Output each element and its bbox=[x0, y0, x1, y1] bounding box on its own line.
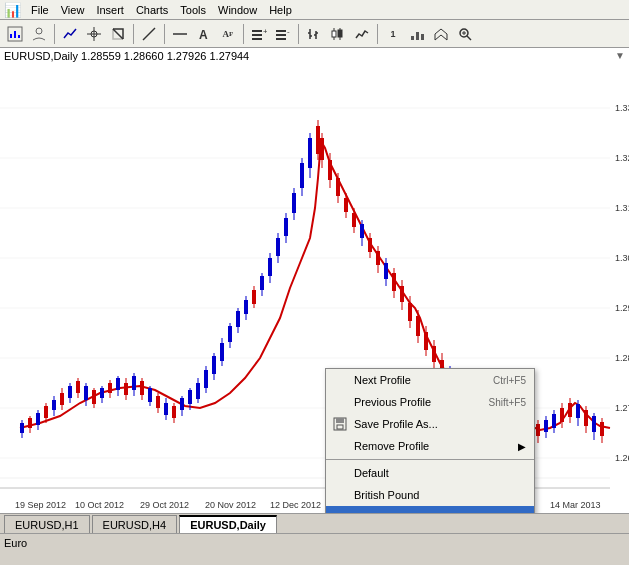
tab-eurusd-h4[interactable]: EURUSD,H4 bbox=[92, 515, 178, 533]
svg-rect-193 bbox=[568, 403, 572, 417]
autoscroll-btn[interactable] bbox=[430, 23, 452, 45]
svg-rect-61 bbox=[44, 406, 48, 418]
svg-rect-79 bbox=[116, 378, 120, 390]
tab-eurusd-daily[interactable]: EURUSD,Daily bbox=[179, 515, 277, 533]
previous-profile-label: Previous Profile bbox=[354, 396, 431, 408]
arrow-btn[interactable] bbox=[107, 23, 129, 45]
svg-rect-30 bbox=[411, 36, 414, 40]
svg-rect-119 bbox=[276, 238, 280, 256]
svg-rect-99 bbox=[196, 383, 200, 399]
menu-charts[interactable]: Charts bbox=[130, 2, 174, 18]
hline-btn[interactable] bbox=[169, 23, 191, 45]
svg-text:14 Mar 2013: 14 Mar 2013 bbox=[550, 500, 601, 510]
svg-rect-115 bbox=[260, 276, 264, 290]
svg-rect-155 bbox=[416, 316, 420, 336]
svg-text:19 Sep 2012: 19 Sep 2012 bbox=[15, 500, 66, 510]
line-btn[interactable] bbox=[138, 23, 160, 45]
menu-window[interactable]: Window bbox=[212, 2, 263, 18]
menu-next-profile[interactable]: Next Profile Ctrl+F5 bbox=[326, 369, 534, 391]
zoom-in-btn[interactable]: + bbox=[248, 23, 270, 45]
svg-rect-63 bbox=[52, 400, 56, 410]
svg-rect-149 bbox=[392, 273, 396, 291]
svg-rect-32 bbox=[421, 34, 424, 40]
toolbar-sep-1 bbox=[54, 24, 55, 44]
svg-rect-123 bbox=[292, 193, 296, 213]
menu-view[interactable]: View bbox=[55, 2, 91, 18]
menu-euro[interactable]: ✓ Euro bbox=[326, 506, 534, 513]
next-profile-shortcut: Ctrl+F5 bbox=[493, 375, 526, 386]
svg-text:1.3300: 1.3300 bbox=[615, 103, 629, 113]
svg-rect-27 bbox=[332, 31, 336, 37]
svg-text:-: - bbox=[287, 27, 290, 36]
volume-btn[interactable] bbox=[406, 23, 428, 45]
default-label: Default bbox=[354, 467, 389, 479]
svg-rect-14 bbox=[252, 38, 262, 40]
svg-rect-109 bbox=[236, 311, 240, 327]
save-profile-icon bbox=[332, 416, 348, 432]
svg-rect-212 bbox=[336, 418, 344, 423]
svg-rect-117 bbox=[268, 258, 272, 276]
indicators-btn[interactable] bbox=[59, 23, 81, 45]
toolbar: A AF + - 1 bbox=[0, 20, 629, 48]
tab-eurusd-h1[interactable]: EURUSD,H1 bbox=[4, 515, 90, 533]
menu-tools[interactable]: Tools bbox=[174, 2, 212, 18]
svg-text:20 Nov 2012: 20 Nov 2012 bbox=[205, 500, 256, 510]
euro-check-icon: ✓ bbox=[334, 510, 344, 513]
svg-rect-31 bbox=[416, 32, 419, 40]
svg-rect-12 bbox=[252, 30, 262, 32]
zoom-out-btn[interactable]: - bbox=[272, 23, 294, 45]
svg-rect-147 bbox=[384, 263, 388, 279]
toolbar-sep-3 bbox=[164, 24, 165, 44]
bar-chart-btn[interactable] bbox=[303, 23, 325, 45]
menu-save-profile[interactable]: Save Profile As... bbox=[326, 413, 534, 435]
zoom-chart-btn[interactable] bbox=[454, 23, 476, 45]
svg-rect-71 bbox=[84, 386, 88, 400]
svg-rect-16 bbox=[276, 30, 286, 32]
menu-default[interactable]: Default bbox=[326, 462, 534, 484]
svg-rect-57 bbox=[28, 418, 32, 428]
menu-remove-profile[interactable]: Remove Profile ▶ bbox=[326, 435, 534, 457]
svg-rect-127 bbox=[308, 138, 312, 168]
svg-text:+: + bbox=[263, 27, 267, 36]
svg-rect-139 bbox=[352, 213, 356, 227]
new-chart-btn[interactable] bbox=[4, 23, 26, 45]
svg-rect-121 bbox=[284, 218, 288, 236]
svg-rect-69 bbox=[76, 381, 80, 393]
svg-rect-195 bbox=[576, 404, 580, 418]
next-profile-label: Next Profile bbox=[354, 374, 411, 386]
menu-previous-profile[interactable]: Previous Profile Shift+F5 bbox=[326, 391, 534, 413]
menu-help[interactable]: Help bbox=[263, 2, 298, 18]
svg-rect-143 bbox=[368, 238, 372, 252]
svg-rect-113 bbox=[252, 290, 256, 304]
line-chart-btn[interactable] bbox=[351, 23, 373, 45]
svg-rect-131 bbox=[320, 138, 324, 160]
svg-rect-189 bbox=[552, 414, 556, 428]
tab-h4-label: EURUSD,H4 bbox=[103, 519, 167, 531]
svg-rect-129 bbox=[316, 126, 320, 154]
candle-btn[interactable] bbox=[327, 23, 349, 45]
svg-rect-137 bbox=[344, 198, 348, 212]
svg-text:1.3100: 1.3100 bbox=[615, 203, 629, 213]
svg-text:1.2600: 1.2600 bbox=[615, 453, 629, 463]
period-btn[interactable]: 1 bbox=[382, 23, 404, 45]
profiles-btn[interactable] bbox=[28, 23, 50, 45]
svg-rect-145 bbox=[376, 251, 380, 265]
menu-british-pound[interactable]: British Pound bbox=[326, 484, 534, 506]
svg-rect-17 bbox=[276, 34, 286, 36]
svg-text:12 Dec 2012: 12 Dec 2012 bbox=[270, 500, 321, 510]
text-btn[interactable]: A bbox=[193, 23, 215, 45]
crosshair-btn[interactable] bbox=[83, 23, 105, 45]
menu-file[interactable]: File bbox=[25, 2, 55, 18]
svg-rect-153 bbox=[408, 303, 412, 321]
menu-insert[interactable]: Insert bbox=[90, 2, 130, 18]
svg-line-9 bbox=[143, 28, 155, 40]
toolbar-sep-2 bbox=[133, 24, 134, 44]
chart-area[interactable]: EURUSD,Daily 1.28559 1.28660 1.27926 1.2… bbox=[0, 48, 629, 513]
svg-rect-105 bbox=[220, 343, 224, 361]
euro-label: Euro bbox=[354, 511, 377, 513]
svg-rect-187 bbox=[544, 420, 548, 432]
svg-text:1.3000: 1.3000 bbox=[615, 253, 629, 263]
toolbar-sep-6 bbox=[377, 24, 378, 44]
svg-rect-81 bbox=[124, 383, 128, 395]
fib-btn[interactable]: AF bbox=[217, 23, 239, 45]
